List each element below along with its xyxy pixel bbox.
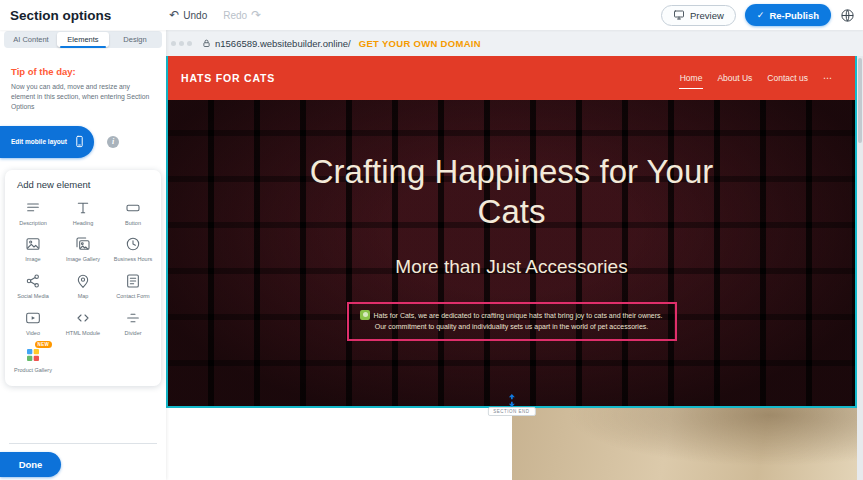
element-label: Contact Form	[116, 293, 149, 300]
preview-label: Preview	[690, 10, 724, 21]
hero-subheading[interactable]: More than Just Accessories	[168, 256, 855, 278]
element-heading[interactable]: Heading	[58, 199, 108, 227]
topbar-actions: Preview ✓ Re-Publish	[661, 4, 855, 26]
site-preview: HATS FOR CATS Home About Us Contact us ⋯…	[166, 56, 857, 480]
element-image-gallery[interactable]: Image Gallery	[58, 235, 108, 263]
element-label: Map	[78, 293, 89, 300]
element-description[interactable]: Description	[8, 199, 58, 227]
phone-icon	[73, 135, 86, 148]
sidebar-tabs: AI Content Elements Design	[4, 31, 162, 48]
clock-icon	[125, 235, 141, 253]
traffic-dot	[171, 41, 176, 46]
tip-title: Tip of the day:	[11, 66, 155, 77]
site-url: n1566589.websitebuilder.online/	[215, 38, 351, 49]
next-section[interactable]	[166, 408, 857, 480]
image-icon	[25, 235, 41, 253]
element-map[interactable]: Map	[58, 272, 108, 300]
image-element-placeholder-icon	[360, 310, 370, 320]
add-element-panel: Add new element Description Heading Butt…	[5, 170, 161, 386]
language-globe-button[interactable]	[840, 8, 855, 23]
element-label: Heading	[73, 220, 94, 227]
browser-bar: n1566589.websitebuilder.online/ GET YOUR…	[166, 30, 863, 56]
tab-ai-content[interactable]: AI Content	[5, 32, 57, 47]
tab-elements-label: Elements	[67, 35, 98, 44]
redo-icon: ↷	[251, 9, 261, 21]
editor-topbar: Section options ↶ Undo Redo ↷ Preview ✓ …	[0, 0, 863, 30]
tab-ai-content-label: AI Content	[13, 35, 48, 44]
element-divider[interactable]: Divider	[108, 309, 158, 337]
info-icon[interactable]: i	[107, 136, 119, 148]
hero-section: Crafting Happiness for Your Cats More th…	[168, 100, 855, 406]
heading-icon	[75, 199, 91, 217]
nav-item-contact-us[interactable]: Contact us	[767, 73, 808, 83]
monitor-icon	[673, 9, 685, 21]
product-gallery-icon: NEW	[25, 346, 41, 364]
element-label: Button	[125, 220, 141, 227]
tab-design[interactable]: Design	[109, 32, 161, 47]
preview-button[interactable]: Preview	[661, 5, 736, 26]
map-pin-icon	[75, 272, 91, 290]
share-icon	[25, 272, 41, 290]
republish-button[interactable]: ✓ Re-Publish	[745, 4, 831, 26]
element-html-module[interactable]: HTML Module	[58, 309, 108, 337]
element-label: Social Media	[17, 293, 49, 300]
element-button[interactable]: Button	[108, 199, 158, 227]
traffic-dot	[187, 41, 192, 46]
edit-mobile-layout-button[interactable]: Edit mobile layout	[0, 126, 94, 158]
form-icon	[125, 272, 141, 290]
globe-icon	[840, 8, 855, 23]
element-business-hours[interactable]: Business Hours	[108, 235, 158, 263]
site-logo[interactable]: HATS FOR CATS	[181, 72, 275, 84]
edit-mobile-layout-label: Edit mobile layout	[11, 138, 67, 145]
sidebar-divider	[9, 443, 157, 444]
element-video[interactable]: Video	[8, 309, 58, 337]
button-icon	[125, 199, 141, 217]
redo-label: Redo	[223, 10, 247, 21]
website-builder-app: Section options ↶ Undo Redo ↷ Preview ✓ …	[0, 0, 863, 480]
tab-design-label: Design	[123, 35, 146, 44]
site-header: HATS FOR CATS Home About Us Contact us ⋯	[168, 56, 855, 100]
section-end-label: SECTION END	[487, 407, 535, 416]
next-section-blank	[166, 408, 512, 480]
element-contact-form[interactable]: Contact Form	[108, 272, 158, 300]
video-icon	[25, 309, 41, 327]
nav-item-about-us[interactable]: About Us	[717, 73, 752, 83]
hero-paragraph-text: Hats for Cats, we are dedicated to craft…	[373, 312, 662, 331]
nav-more-icon[interactable]: ⋯	[823, 73, 833, 83]
element-product-gallery[interactable]: NEW Product Gallery	[8, 346, 58, 374]
selected-section[interactable]: HATS FOR CATS Home About Us Contact us ⋯…	[166, 56, 857, 408]
traffic-dot	[179, 41, 184, 46]
text-lines-icon	[25, 199, 41, 217]
get-your-own-domain-link[interactable]: GET YOUR OWN DOMAIN	[359, 38, 481, 49]
new-badge: NEW	[35, 341, 52, 348]
element-label: Description	[19, 220, 47, 227]
site-nav: Home About Us Contact us ⋯	[680, 56, 833, 100]
element-label: HTML Module	[66, 330, 100, 337]
undo-button[interactable]: ↶ Undo	[169, 9, 207, 21]
republish-label: Re-Publish	[769, 10, 819, 21]
nav-item-home[interactable]: Home	[680, 73, 703, 83]
undo-label: Undo	[183, 10, 207, 21]
hero-text-box[interactable]: Hats for Cats, we are dedicated to craft…	[347, 302, 677, 342]
tip-body: Now you can add, move and resize any ele…	[11, 82, 155, 113]
element-image[interactable]: Image	[8, 235, 58, 263]
tab-elements[interactable]: Elements	[57, 32, 109, 47]
element-label: Business Hours	[114, 256, 153, 263]
resize-arrows-icon	[506, 394, 516, 407]
element-label: Video	[26, 330, 40, 337]
hero-heading[interactable]: Crafting Happiness for Your Cats	[307, 100, 717, 233]
done-button[interactable]: Done	[0, 452, 61, 477]
element-label: Product Gallery	[14, 367, 52, 374]
section-options-sidebar: AI Content Elements Design Tip of the da…	[0, 30, 166, 480]
element-label: Image	[25, 256, 40, 263]
section-resize-handle[interactable]: SECTION END	[487, 394, 535, 416]
scrollbar-thumb[interactable]	[858, 58, 862, 143]
tip-of-the-day: Tip of the day: Now you can add, move an…	[0, 48, 166, 113]
element-social-media[interactable]: Social Media	[8, 272, 58, 300]
next-section-image	[512, 408, 858, 480]
redo-button[interactable]: Redo ↷	[223, 9, 261, 21]
element-label: Image Gallery	[66, 256, 100, 263]
undo-icon: ↶	[169, 9, 179, 21]
editor-canvas: n1566589.websitebuilder.online/ GET YOUR…	[166, 30, 863, 480]
preview-scrollbar[interactable]	[857, 56, 863, 480]
